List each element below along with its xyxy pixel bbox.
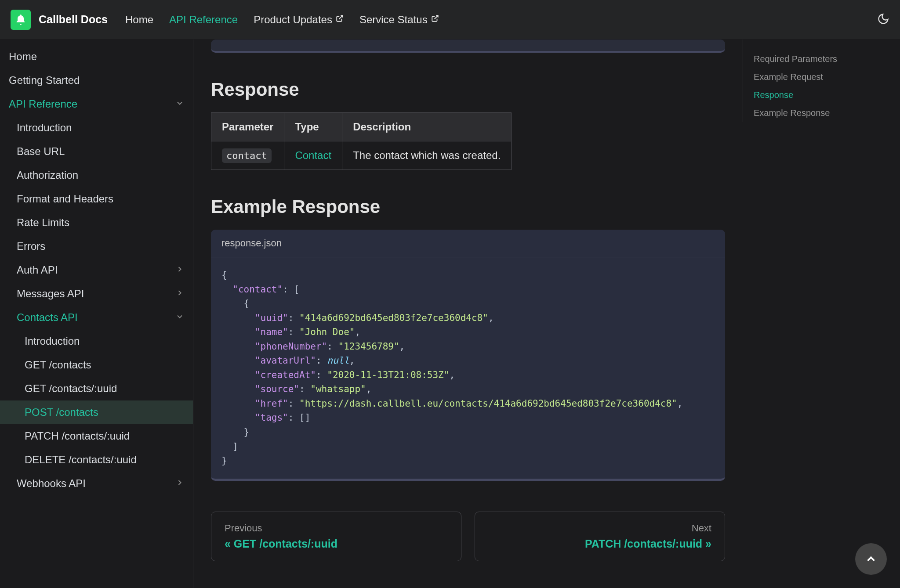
chevron-up-icon — [864, 552, 878, 566]
sidebar-item-label: Home — [9, 51, 37, 63]
nav-service-status[interactable]: Service Status — [359, 14, 439, 26]
sidebar-item-get-contacts-uuid[interactable]: GET /contacts/:uuid — [0, 377, 193, 400]
nav-product-updates[interactable]: Product Updates — [254, 14, 344, 26]
param-description: The contact which was created. — [342, 141, 512, 170]
sidebar-item-label: Base URL — [17, 145, 65, 158]
sidebar-item-label: API Reference — [9, 98, 77, 110]
sidebar-item-label: Getting Started — [9, 74, 80, 87]
sidebar-item-patch-contacts-uuid[interactable]: PATCH /contacts/:uuid — [0, 424, 193, 448]
pagination-prev[interactable]: Previous « GET /contacts/:uuid — [211, 512, 461, 561]
sidebar-item-label: Format and Headers — [17, 193, 113, 205]
sidebar-item-label: GET /contacts — [25, 359, 91, 371]
type-link-contact[interactable]: Contact — [295, 149, 331, 161]
code-filename: response.json — [211, 230, 725, 257]
sidebar-item-get-contacts[interactable]: GET /contacts — [0, 353, 193, 377]
scroll-to-top-button[interactable] — [855, 543, 887, 575]
nav-links: Home API Reference Product Updates Servi… — [125, 14, 439, 26]
sidebar-item-api-reference[interactable]: API Reference — [0, 92, 193, 116]
sidebar-item-authorization[interactable]: Authorization — [0, 163, 193, 187]
pagination-prev-label: Previous — [225, 523, 448, 534]
sidebar-item-auth-api[interactable]: Auth API — [0, 258, 193, 282]
nav-product-updates-label: Product Updates — [254, 14, 332, 26]
sidebar-item-post-contacts[interactable]: POST /contacts — [0, 400, 193, 424]
code-block: response.json { "contact": [ { "uuid": "… — [211, 230, 725, 481]
pagination-next-title: PATCH /contacts/:uuid » — [488, 537, 711, 550]
sidebar-item-format-headers[interactable]: Format and Headers — [0, 187, 193, 211]
sidebar-item-label: PATCH /contacts/:uuid — [25, 430, 130, 442]
toc-required-parameters[interactable]: Required Parameters — [754, 50, 866, 68]
sidebar-item-label: Webhooks API — [17, 477, 86, 490]
sidebar-item-base-url[interactable]: Base URL — [0, 140, 193, 163]
moon-icon — [877, 13, 889, 25]
sidebar-item-label: Rate Limits — [17, 216, 69, 229]
bell-icon — [15, 14, 27, 26]
sidebar-item-label: Errors — [17, 240, 45, 253]
nav-home[interactable]: Home — [125, 14, 153, 26]
table-header-parameter: Parameter — [211, 113, 284, 141]
logo[interactable] — [11, 10, 31, 30]
example-response-heading: Example Response — [211, 196, 725, 217]
sidebar: Home Getting Started API Reference Intro… — [0, 40, 193, 588]
toc-example-request[interactable]: Example Request — [754, 68, 866, 86]
sidebar-item-getting-started[interactable]: Getting Started — [0, 69, 193, 92]
sidebar-item-home[interactable]: Home — [0, 45, 193, 69]
chevron-right-icon — [175, 289, 184, 299]
sidebar-item-label: Authorization — [17, 169, 78, 181]
sidebar-item-label: Auth API — [17, 264, 58, 276]
pagination-next-label: Next — [488, 523, 711, 534]
table-of-contents: Required Parameters Example Request Resp… — [743, 40, 866, 122]
nav-api-reference[interactable]: API Reference — [169, 14, 238, 26]
theme-toggle[interactable] — [877, 13, 889, 27]
sidebar-item-contacts-intro[interactable]: Introduction — [0, 329, 193, 353]
table-header-description: Description — [342, 113, 512, 141]
sidebar-item-label: Contacts API — [17, 311, 78, 324]
sidebar-item-label: Introduction — [25, 335, 80, 347]
nav-service-status-label: Service Status — [359, 14, 428, 26]
code-block-partial — [211, 40, 725, 53]
pagination-next[interactable]: Next PATCH /contacts/:uuid » — [475, 512, 725, 561]
chevron-down-icon — [175, 312, 184, 323]
sidebar-item-label: DELETE /contacts/:uuid — [25, 454, 137, 466]
chevron-down-icon — [175, 99, 184, 110]
sidebar-item-delete-contacts-uuid[interactable]: DELETE /contacts/:uuid — [0, 448, 193, 472]
table-row: contact Contact The contact which was cr… — [211, 141, 512, 170]
sidebar-item-label: Messages API — [17, 288, 84, 300]
chevron-right-icon — [175, 478, 184, 489]
chevron-right-icon — [175, 265, 184, 276]
sidebar-item-errors[interactable]: Errors — [0, 234, 193, 258]
param-code: contact — [222, 148, 272, 163]
sidebar-item-introduction[interactable]: Introduction — [0, 116, 193, 140]
toc-example-response[interactable]: Example Response — [754, 104, 866, 122]
sidebar-item-label: POST /contacts — [25, 406, 98, 418]
main-content: Response Parameter Type Description cont… — [193, 40, 900, 588]
response-table: Parameter Type Description contact Conta… — [211, 112, 512, 170]
sidebar-item-contacts-api[interactable]: Contacts API — [0, 306, 193, 329]
table-header-type: Type — [284, 113, 342, 141]
sidebar-item-messages-api[interactable]: Messages API — [0, 282, 193, 306]
code-content: { "contact": [ { "uuid": "414a6d692bd645… — [211, 257, 725, 479]
sidebar-item-rate-limits[interactable]: Rate Limits — [0, 211, 193, 234]
sidebar-item-webhooks-api[interactable]: Webhooks API — [0, 472, 193, 495]
pagination-prev-title: « GET /contacts/:uuid — [225, 537, 448, 550]
toc-response[interactable]: Response — [754, 86, 866, 104]
response-heading: Response — [211, 79, 725, 100]
pagination: Previous « GET /contacts/:uuid Next PATC… — [211, 512, 725, 561]
sidebar-item-label: Introduction — [17, 122, 72, 134]
external-link-icon — [336, 14, 344, 25]
brand-name: Callbell Docs — [39, 13, 108, 26]
external-link-icon — [431, 14, 439, 25]
sidebar-item-label: GET /contacts/:uuid — [25, 382, 117, 395]
navbar: Callbell Docs Home API Reference Product… — [0, 0, 900, 40]
